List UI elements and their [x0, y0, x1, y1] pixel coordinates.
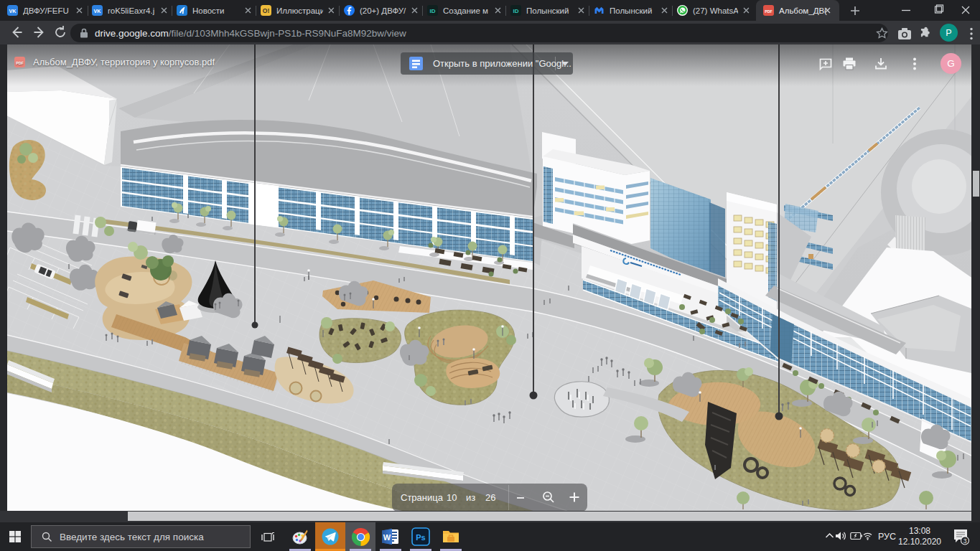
- svg-text:ID: ID: [513, 8, 519, 14]
- svg-text:PDF: PDF: [765, 9, 772, 14]
- svg-text:W: W: [383, 533, 391, 542]
- svg-text:PDF: PDF: [16, 61, 23, 65]
- svg-text:3: 3: [963, 537, 967, 545]
- svg-text:Ps: Ps: [416, 533, 425, 542]
- svg-text:ID: ID: [430, 8, 436, 14]
- svg-text:O!: O!: [263, 7, 270, 14]
